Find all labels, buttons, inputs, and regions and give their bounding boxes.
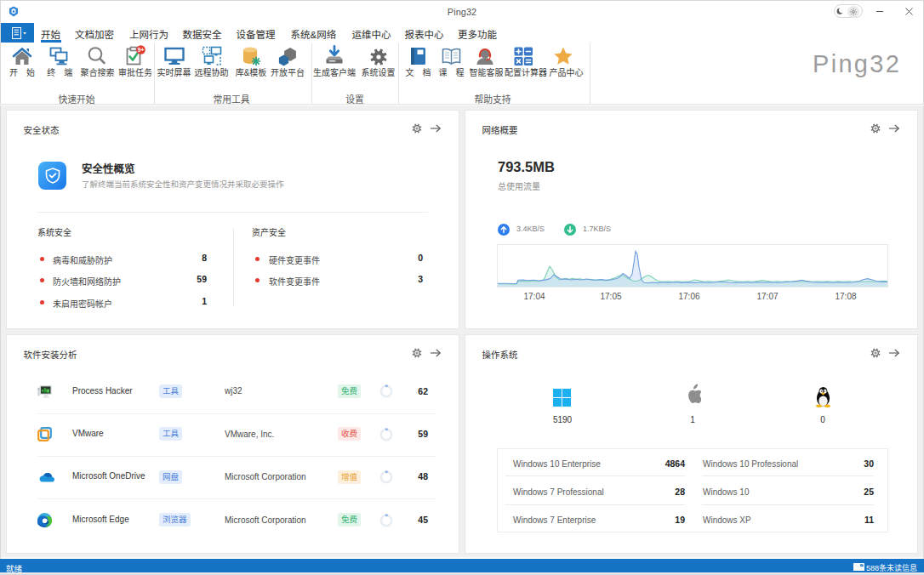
svg-text:9+: 9+ (138, 47, 145, 53)
